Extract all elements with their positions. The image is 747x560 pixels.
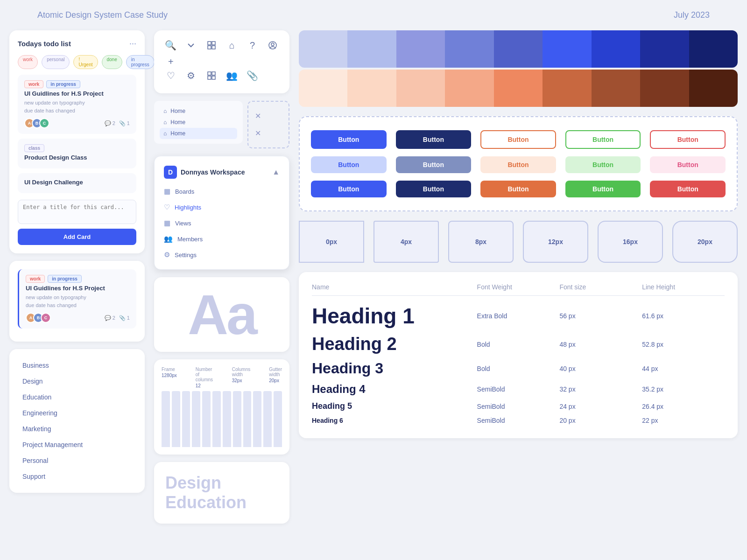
nav-project-management[interactable]: Project Management <box>18 437 136 453</box>
user-circle-icon[interactable] <box>265 40 280 51</box>
btn-light-blue-1[interactable]: Button <box>311 156 387 173</box>
heart-icon[interactable]: ♡ <box>163 70 178 81</box>
add-card-button[interactable]: Add Card <box>18 229 136 245</box>
btn-outline-orange-1[interactable]: Button <box>480 130 556 149</box>
radius-16px[interactable]: 16px <box>598 221 663 263</box>
nav-marketing[interactable]: Marketing <box>18 421 136 437</box>
tree-item-3[interactable]: ⌂ Home <box>160 128 237 139</box>
dropdown-item-views[interactable]: ▦ Views <box>159 215 284 231</box>
btn-light-pink-1[interactable]: Button <box>650 156 726 173</box>
dropdown-item-members[interactable]: 👥 Members <box>159 231 284 247</box>
btn-light-dark-1[interactable]: Button <box>396 156 472 173</box>
nav-personal[interactable]: Personal <box>18 453 136 469</box>
nav-education[interactable]: Education <box>18 389 136 405</box>
dropdown-item-boards[interactable]: ▦ Boards <box>159 183 284 199</box>
dropdown-item-settings[interactable]: ⚙ Settings <box>159 247 284 263</box>
btn-dark-2[interactable]: Button <box>396 181 472 197</box>
peach-swatch-1[interactable] <box>299 70 347 107</box>
todo-menu-icon[interactable]: ··· <box>129 39 136 49</box>
blue-swatch-8[interactable] <box>640 30 689 68</box>
blue-swatch-7[interactable] <box>592 30 640 68</box>
blue-swatch-1[interactable] <box>299 30 347 68</box>
peach-swatch-9[interactable] <box>689 70 738 107</box>
radius-4px[interactable]: 4px <box>374 221 439 263</box>
btn-outline-green-1[interactable]: Button <box>565 130 641 149</box>
peach-swatch-6[interactable] <box>543 70 591 107</box>
nav-design[interactable]: Design <box>18 373 136 389</box>
tag-personal[interactable]: personal <box>42 55 70 69</box>
comment-count-4: 💬 2 <box>105 315 115 321</box>
peach-swatch-8[interactable] <box>640 70 689 107</box>
add-card-input[interactable] <box>18 200 136 224</box>
nav-engineering[interactable]: Engineering <box>18 405 136 421</box>
h2-name: Heading 2 <box>312 334 477 354</box>
dropdown-chevron-icon[interactable]: ▲ <box>272 168 280 176</box>
users-icon[interactable]: 👥 <box>225 70 240 81</box>
grid-label-columns: Number of columns 12 <box>196 367 213 388</box>
peach-swatch-7[interactable] <box>592 70 640 107</box>
h6-weight: SemiBold <box>477 417 560 424</box>
tag-work[interactable]: work <box>18 55 38 69</box>
grid-icon[interactable] <box>204 40 219 51</box>
dropdown-item-highlights-label: Highlights <box>175 204 201 211</box>
todo-item-4: work in progress UI Guidlines for H.S Pr… <box>18 269 136 329</box>
h6-name: Heading 6 <box>312 417 477 424</box>
todo-item-1-desc2: due date has changed <box>24 107 130 115</box>
radius-8px[interactable]: 8px <box>448 221 514 263</box>
workspace-name[interactable]: D Donnyas Workspace <box>164 166 245 179</box>
todo-item-4-footer: A B C 💬 2 📎 1 <box>26 313 130 323</box>
btn-outline-red-1[interactable]: Button <box>650 130 726 149</box>
btn-solid-red-1[interactable]: Button <box>650 181 726 197</box>
close-icon-2[interactable]: ✕ <box>255 129 261 138</box>
tag-done[interactable]: done <box>102 55 122 69</box>
dropdown-header: D Donnyas Workspace ▲ <box>159 163 284 183</box>
btn-dark-1[interactable]: Button <box>396 130 472 149</box>
tree-item-1[interactable]: ⌂ Home <box>160 105 237 117</box>
radius-0px[interactable]: 0px <box>299 221 364 263</box>
btn-solid-orange-1[interactable]: Button <box>480 181 556 197</box>
btn-solid-green-1[interactable]: Button <box>565 181 641 197</box>
search-icon[interactable]: 🔍 <box>163 40 178 51</box>
chevron-down-icon[interactable] <box>184 40 199 51</box>
radius-20px[interactable]: 20px <box>672 221 738 263</box>
gear-icon[interactable]: ⚙ <box>184 70 199 81</box>
nav-business[interactable]: Business <box>18 357 136 373</box>
svg-rect-7 <box>212 72 215 75</box>
blue-swatch-4[interactable] <box>445 30 493 68</box>
blue-swatch-2[interactable] <box>347 30 396 68</box>
todo-item-2-tags: class <box>24 144 130 152</box>
clip-icon[interactable]: 📎 <box>245 70 260 81</box>
btn-light-green-1[interactable]: Button <box>565 156 641 173</box>
grid-gutter-val: 20px <box>269 378 282 383</box>
btn-light-orange-1[interactable]: Button <box>480 156 556 173</box>
dropdown-item-highlights[interactable]: ♡ Highlights <box>159 199 284 215</box>
todo-item-1-desc1: new update on typography <box>24 99 130 107</box>
grid-label-frame: Frame 1280px <box>162 367 177 388</box>
home-icon[interactable]: ⌂ <box>225 40 240 51</box>
grid-col-6 <box>212 391 221 447</box>
h4-name: Heading 4 <box>312 383 477 396</box>
plus-icon[interactable]: + <box>163 56 178 67</box>
blue-swatch-3[interactable] <box>396 30 445 68</box>
app-grid-icon[interactable] <box>204 70 219 81</box>
peach-swatch-2[interactable] <box>347 70 396 107</box>
close-icon-1[interactable]: ✕ <box>255 112 261 120</box>
blue-swatch-6[interactable] <box>543 30 591 68</box>
blue-swatch-5[interactable] <box>494 30 543 68</box>
peach-swatch-5[interactable] <box>494 70 543 107</box>
btn-primary-1[interactable]: Button <box>311 130 387 149</box>
blue-swatch-9[interactable] <box>689 30 738 68</box>
peach-swatch-3[interactable] <box>396 70 445 107</box>
radius-12px[interactable]: 12px <box>523 221 588 263</box>
blue-color-row <box>299 30 738 68</box>
question-icon[interactable]: ? <box>245 40 260 51</box>
peach-swatch-4[interactable] <box>445 70 493 107</box>
typo-row-h4: Heading 4 SemiBold 32 px 35.2 px <box>312 380 725 399</box>
btn-primary-2[interactable]: Button <box>311 181 387 197</box>
grid-col-12 <box>274 391 282 447</box>
tag-inprogress[interactable]: in progress <box>126 55 155 69</box>
icon-section: 🔍 ⌂ ? + ♡ ⚙ 👥 <box>154 30 289 93</box>
tree-item-2[interactable]: ⌂ Home <box>160 117 237 128</box>
tag-urgent[interactable]: ! Urgent <box>73 55 98 69</box>
nav-support[interactable]: Support <box>18 469 136 484</box>
